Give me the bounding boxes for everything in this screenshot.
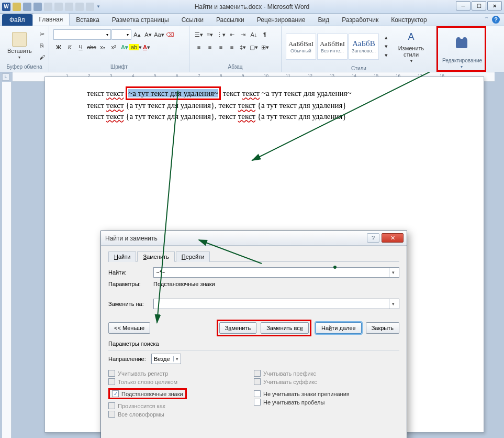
chk-ignore-punct[interactable] — [254, 390, 261, 397]
ribbon: Вставить ▾ ✂ ⎘ 🖌 Буфер обмена ▾ ▾ A▴ A▾ … — [0, 26, 504, 72]
align-right-button[interactable]: ≡ — [216, 42, 226, 52]
editing-group-label[interactable]: Редактирование — [442, 57, 480, 64]
align-left-button[interactable]: ≡ — [194, 42, 204, 52]
close-button[interactable]: Закрыть — [366, 322, 399, 334]
group-paragraph: ☰▾ ≡▾ ⋮▾ ⇤ ⇥ A↓ ¶ ≡ ≡ ≡ ≡ ‡▾ ▢▾ ⊞▾ Абзац — [189, 26, 282, 72]
change-case-button[interactable]: Aa▾ — [154, 29, 164, 40]
font-name-combo[interactable]: ▾ — [53, 29, 111, 40]
superscript-button[interactable]: x² — [108, 42, 119, 52]
show-marks-button[interactable]: ¶ — [260, 29, 270, 40]
dlg-tab-replace[interactable]: Заменить — [137, 251, 174, 262]
borders-button[interactable]: ⊞▾ — [260, 42, 270, 52]
collapse-ribbon-icon[interactable]: ⌃ — [484, 16, 489, 24]
qat-icon-7[interactable] — [75, 3, 84, 11]
line-spacing-button[interactable]: ‡▾ — [238, 42, 248, 52]
close-window-button[interactable]: ✕ — [487, 1, 502, 10]
justify-button[interactable]: ≡ — [227, 42, 237, 52]
help-icon[interactable]: ? — [492, 16, 500, 24]
styles-up-icon[interactable]: ▴ — [381, 34, 391, 42]
subscript-button[interactable]: x₂ — [97, 42, 108, 52]
chk-wildcards[interactable]: ✓ — [112, 390, 119, 397]
style-nospacing[interactable]: АаБбВвІБез инте... — [317, 34, 348, 60]
dialog-titlebar[interactable]: Найти и заменить ? ✕ — [101, 231, 407, 246]
qat-icon-4[interactable] — [44, 3, 52, 11]
replace-all-button[interactable]: Заменить все — [261, 322, 309, 334]
direction-label: Направление: — [108, 356, 151, 362]
highlight-button[interactable]: ab▾ — [130, 42, 141, 52]
change-styles-button[interactable]: A Изменить стили ▾ — [390, 28, 432, 64]
styles-more-icon[interactable]: ▾ — [381, 51, 391, 60]
replace-input[interactable]: ▾ — [153, 299, 399, 309]
search-params-label: Параметры поиска — [108, 341, 399, 347]
less-button[interactable]: << Меньше — [108, 322, 150, 334]
grow-font-button[interactable]: A▴ — [132, 29, 142, 40]
replace-label: Заменить на: — [108, 301, 153, 307]
chk-sounds-like — [108, 402, 115, 409]
tab-mailings[interactable]: Рассылки — [210, 14, 251, 26]
italic-button[interactable]: К — [64, 42, 75, 52]
bullets-button[interactable]: ☰▾ — [194, 29, 204, 40]
text-effects-button[interactable]: A▾ — [119, 42, 130, 52]
redo-icon[interactable] — [33, 3, 42, 11]
dialog-tabs: Найти Заменить Перейти — [108, 251, 399, 262]
styles-down-icon[interactable]: ▾ — [381, 42, 391, 51]
dlg-tab-find[interactable]: Найти — [108, 251, 136, 262]
cut-button[interactable]: ✂ — [37, 29, 48, 39]
tab-insert[interactable]: Вставка — [70, 14, 106, 26]
params-label: Параметры: — [108, 281, 153, 287]
paste-button[interactable]: Вставить ▾ — [4, 31, 35, 61]
change-styles-icon: A — [404, 29, 419, 44]
chk-suffix — [254, 378, 261, 385]
tab-design[interactable]: Конструктор — [385, 14, 433, 26]
shading-button[interactable]: ▢▾ — [249, 42, 259, 52]
chk-case — [108, 370, 115, 377]
find-input[interactable]: ~*~▾ — [153, 267, 399, 278]
indent-decrease-button[interactable]: ⇤ — [227, 29, 237, 40]
clear-format-button[interactable]: ⌫ — [165, 29, 175, 40]
word-icon: W — [2, 3, 10, 11]
strike-button[interactable]: abc — [86, 42, 97, 52]
undo-icon[interactable] — [23, 3, 31, 11]
chk-ignore-spaces[interactable] — [254, 399, 261, 406]
qat-icon-5[interactable] — [54, 3, 63, 11]
multilevel-button[interactable]: ⋮▾ — [216, 29, 226, 40]
align-center-button[interactable]: ≡ — [205, 42, 215, 52]
tab-review[interactable]: Рецензирование — [251, 14, 312, 26]
find-replace-dialog: Найти и заменить ? ✕ Найти Заменить Пере… — [100, 231, 407, 438]
numbering-button[interactable]: ≡▾ — [205, 29, 215, 40]
style-heading[interactable]: АаБбВЗаголово... — [349, 34, 379, 60]
dialog-close-button[interactable]: ✕ — [382, 233, 404, 243]
qat-icon-8[interactable] — [86, 3, 94, 11]
group-font: ▾ ▾ A▴ A▾ Aa▾ ⌫ Ж К Ч abc x₂ x² A▾ ab▾ A… — [49, 26, 189, 72]
minimize-button[interactable]: ─ — [456, 1, 471, 10]
tab-layout[interactable]: Разметка страницы — [106, 14, 175, 26]
styles-group-label: Стили — [286, 64, 432, 72]
vertical-ruler[interactable] — [2, 82, 12, 438]
shrink-font-button[interactable]: A▾ — [143, 29, 153, 40]
sort-button[interactable]: A↓ — [249, 29, 259, 40]
font-color-button[interactable]: A▾ — [141, 42, 152, 52]
qat-dropdown-icon[interactable]: ▼ — [96, 4, 100, 9]
tab-developer[interactable]: Разработчик — [335, 14, 385, 26]
copy-button[interactable]: ⎘ — [37, 40, 48, 51]
style-normal[interactable]: АаБбВвІОбычный — [286, 34, 316, 60]
indent-increase-button[interactable]: ⇥ — [238, 29, 248, 40]
qat-icon-6[interactable] — [65, 3, 73, 11]
underline-button[interactable]: Ч — [75, 42, 86, 52]
dlg-tab-goto[interactable]: Перейти — [176, 251, 210, 262]
format-painter-button[interactable]: 🖌 — [37, 52, 48, 62]
replace-button[interactable]: Заменить — [219, 322, 256, 334]
tab-home[interactable]: Главная — [32, 13, 70, 26]
ribbon-tabs: Файл Главная Вставка Разметка страницы С… — [0, 14, 504, 26]
direction-select[interactable]: Везде▾ — [151, 354, 181, 364]
dialog-help-button[interactable]: ? — [367, 233, 379, 243]
bold-button[interactable]: Ж — [53, 42, 64, 52]
find-next-button[interactable]: Найти далее — [316, 322, 362, 334]
tab-view[interactable]: Вид — [311, 14, 335, 26]
font-size-combo[interactable]: ▾ — [111, 29, 131, 40]
save-icon[interactable] — [13, 3, 21, 11]
file-tab[interactable]: Файл — [2, 14, 32, 26]
maximize-button[interactable]: ☐ — [472, 1, 486, 10]
tab-references[interactable]: Ссылки — [175, 14, 210, 26]
ruler-toggle[interactable]: L — [2, 73, 9, 81]
